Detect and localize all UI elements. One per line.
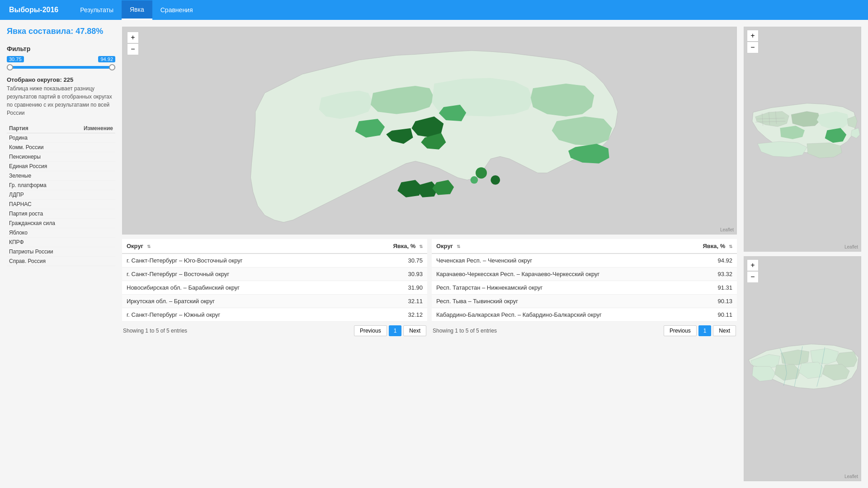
left-data-table: Округ ⇅ Явка, % ⇅ г. Санкт-Петербург – Ю… — [122, 239, 427, 322]
table-row: Респ. Тыва – Тывинский округ90.13 — [432, 295, 737, 308]
left-prev-button[interactable]: Previous — [354, 325, 387, 336]
region-name: г. Санкт-Петербург – Восточный округ — [122, 267, 355, 281]
party-row: ЛДПР — [7, 190, 115, 199]
region-name: Новосибирская обл. – Барабинский округ — [122, 281, 355, 295]
turnout-value: 94.92 — [682, 253, 737, 267]
party-change — [72, 161, 115, 171]
right-prev-button[interactable]: Previous — [664, 325, 697, 336]
party-name: Единая Россия — [7, 161, 72, 171]
slider-thumb-left[interactable] — [7, 64, 13, 70]
left-col-region[interactable]: Округ ⇅ — [122, 239, 355, 253]
right-col-value[interactable]: Явка, % ⇅ — [682, 239, 737, 253]
top-mini-zoom-out[interactable]: − — [747, 42, 759, 53]
main-map-zoom-out[interactable]: − — [127, 43, 139, 55]
top-mini-map-controls: + − — [747, 30, 759, 53]
nav-turnout[interactable]: Явка — [122, 0, 152, 20]
app-title: Выборы-2016 — [9, 6, 58, 14]
turnout-value: 32.12 — [355, 308, 427, 322]
party-change — [72, 171, 115, 180]
right-sort-icon-2: ⇅ — [729, 244, 732, 249]
tables-row: Округ ⇅ Явка, % ⇅ г. Санкт-Петербург – Ю… — [122, 239, 737, 340]
main-layout: Явка составила: 47.88% Фильтр 30.75 94.9… — [0, 20, 868, 488]
right-pagination-controls: Previous 1 Next — [664, 325, 736, 336]
nav-results[interactable]: Результаты — [72, 1, 122, 19]
slider-range: 30.75 94.92 — [7, 56, 115, 62]
slider-max-badge: 94.92 — [98, 56, 115, 62]
right-page-num[interactable]: 1 — [698, 325, 712, 336]
top-mini-map-svg — [744, 27, 861, 251]
party-change — [72, 142, 115, 152]
party-change — [72, 218, 115, 228]
top-mini-map: + − — [744, 27, 861, 252]
party-name: Гр. платформа — [7, 180, 72, 190]
russia-regions — [250, 51, 618, 222]
party-change — [72, 133, 115, 142]
party-change — [72, 237, 115, 247]
party-row: Пенсионеры — [7, 152, 115, 161]
bottom-mini-map-svg — [744, 257, 861, 481]
left-next-button[interactable]: Next — [403, 325, 426, 336]
bottom-mini-zoom-out[interactable]: − — [747, 271, 759, 283]
region-name: Респ. Татарстан – Нижнекамский округ — [432, 281, 682, 295]
left-pagination-controls: Previous 1 Next — [354, 325, 426, 336]
right-pagination-info: Showing 1 to 5 of 5 entries — [433, 328, 497, 334]
bottom-mini-map: + − Leaflet — [744, 256, 861, 481]
right-sort-icon: ⇅ — [457, 244, 460, 249]
filter-section: Фильтр 30.75 94.92 — [7, 45, 115, 69]
left-sort-icon: ⇅ — [147, 244, 151, 249]
top-mini-zoom-in[interactable]: + — [747, 30, 759, 42]
party-change — [72, 209, 115, 218]
sidebar: Явка составила: 47.88% Фильтр 30.75 94.9… — [7, 27, 115, 481]
main-map-zoom-in[interactable]: + — [127, 32, 139, 43]
party-row: Яблоко — [7, 228, 115, 237]
right-next-button[interactable]: Next — [713, 325, 736, 336]
slider-track[interactable] — [7, 66, 115, 69]
main-map: + − — [122, 27, 737, 235]
selected-count: Отобрано округов: 225 — [7, 76, 73, 83]
right-pagination: Showing 1 to 5 of 5 entries Previous 1 N… — [432, 322, 737, 340]
table-row: г. Санкт-Петербург – Восточный округ30.9… — [122, 267, 427, 281]
party-col-header: Партия — [7, 124, 72, 133]
bottom-mini-map-controls: + − — [747, 259, 759, 283]
party-row: Гражданская сила — [7, 218, 115, 228]
party-change — [72, 190, 115, 199]
bottom-mini-zoom-in[interactable]: + — [747, 259, 759, 271]
party-table: Партия Изменение РодинаКомм. РоссииПенси… — [7, 124, 115, 266]
region-name: г. Санкт-Петербург – Юго-Восточный округ — [122, 253, 355, 267]
party-name: КПРФ — [7, 237, 72, 247]
party-name: Яблоко — [7, 228, 72, 237]
turnout-value: 91.31 — [682, 281, 737, 295]
right-col-region[interactable]: Округ ⇅ — [432, 239, 682, 253]
turnout-title: Явка составила: 47.88% — [7, 27, 115, 36]
filter-info: Отобрано округов: 225 Таблица ниже показ… — [7, 75, 115, 117]
party-row: Родина — [7, 133, 115, 142]
slider-thumb-right[interactable] — [109, 64, 115, 70]
region-name: Карачаево-Черкесская Респ. – Карачаево-Ч… — [432, 267, 682, 281]
left-col-value[interactable]: Явка, % ⇅ — [355, 239, 427, 253]
svg-point-1 — [491, 175, 500, 185]
top-mini-attribution: Leaflet — [844, 244, 858, 249]
party-name: Патриоты России — [7, 247, 72, 256]
region-name: Чеченская Респ. – Чеченский округ — [432, 253, 682, 267]
table-row: Кабардино-Балкарская Респ. – Кабардино-Б… — [432, 308, 737, 322]
left-page-num[interactable]: 1 — [389, 325, 402, 336]
party-change — [72, 180, 115, 190]
party-row: КПРФ — [7, 237, 115, 247]
party-name: ЛДПР — [7, 190, 72, 199]
main-map-controls: + − — [127, 32, 139, 55]
region-name: Кабардино-Балкарская Респ. – Кабардино-Б… — [432, 308, 682, 322]
right-maps: + − — [744, 27, 861, 481]
table-row: Карачаево-Черкесская Респ. – Карачаево-Ч… — [432, 267, 737, 281]
party-name: Комм. России — [7, 142, 72, 152]
left-table-section: Округ ⇅ Явка, % ⇅ г. Санкт-Петербург – Ю… — [122, 239, 427, 340]
party-change — [72, 199, 115, 209]
party-row: Партия роста — [7, 209, 115, 218]
party-name: ПАРНАС — [7, 199, 72, 209]
left-sort-icon-2: ⇅ — [419, 244, 423, 249]
party-name: Партия роста — [7, 209, 72, 218]
filter-label: Фильтр — [7, 45, 115, 52]
nav-compare[interactable]: Сравнения — [152, 1, 201, 19]
turnout-value: 32.11 — [355, 295, 427, 308]
party-name: Гражданская сила — [7, 218, 72, 228]
main-map-attribution: Leaflet — [720, 227, 734, 232]
